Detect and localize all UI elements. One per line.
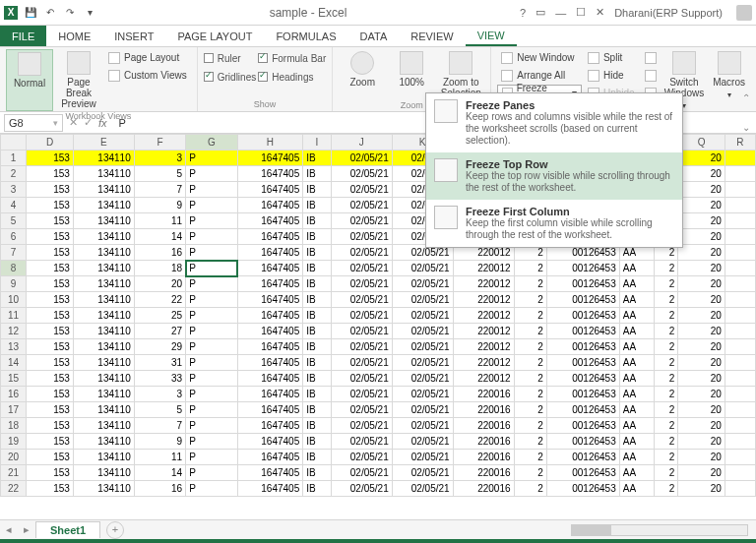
tab-review[interactable]: REVIEW: [399, 26, 465, 46]
cell-M10[interactable]: 2: [514, 292, 546, 308]
cell-I15[interactable]: IB: [303, 371, 332, 387]
cell-Q11[interactable]: 20: [678, 308, 725, 324]
cell-H21[interactable]: 1647405: [237, 465, 303, 481]
row-header-1[interactable]: 1: [1, 151, 27, 166]
col-header-D[interactable]: D: [27, 135, 74, 151]
row-header-10[interactable]: 10: [1, 292, 27, 308]
cell-M14[interactable]: 2: [514, 355, 546, 371]
freeze-menu-item-1[interactable]: Freeze Top RowKeep the top row visible w…: [426, 152, 682, 200]
cell-P10[interactable]: 2: [655, 292, 678, 308]
cell-R18[interactable]: [724, 418, 755, 434]
col-header-E[interactable]: E: [73, 135, 134, 151]
row-header-8[interactable]: 8: [1, 261, 27, 276]
cell-N18[interactable]: 00126453: [546, 418, 619, 434]
tab-view[interactable]: VIEW: [466, 26, 517, 46]
cell-H5[interactable]: 1647405: [237, 213, 303, 229]
cell-L12[interactable]: 220012: [453, 324, 514, 339]
cell-K8[interactable]: 02/05/21: [392, 261, 453, 276]
cell-K21[interactable]: 02/05/21: [392, 465, 453, 481]
cell-R7[interactable]: [724, 245, 755, 261]
cell-H12[interactable]: 1647405: [237, 324, 303, 339]
cell-H2[interactable]: 1647405: [237, 166, 303, 182]
cell-I11[interactable]: IB: [303, 308, 332, 324]
cell-R19[interactable]: [724, 434, 755, 450]
cell-H1[interactable]: 1647405: [237, 151, 303, 166]
cell-R16[interactable]: [724, 387, 755, 402]
cell-R10[interactable]: [724, 292, 755, 308]
row-header-13[interactable]: 13: [1, 339, 27, 355]
cell-H16[interactable]: 1647405: [237, 387, 303, 402]
cell-D10[interactable]: 153: [27, 292, 74, 308]
cell-D12[interactable]: 153: [27, 324, 74, 339]
cell-D5[interactable]: 153: [27, 213, 74, 229]
row-header-5[interactable]: 5: [1, 213, 27, 229]
cell-H22[interactable]: 1647405: [237, 481, 303, 497]
cell-Q4[interactable]: 20: [678, 198, 725, 213]
cell-G7[interactable]: P: [186, 245, 237, 261]
cell-I4[interactable]: IB: [303, 198, 332, 213]
cell-Q5[interactable]: 20: [678, 213, 725, 229]
cell-I9[interactable]: IB: [303, 276, 332, 292]
tab-data[interactable]: DATA: [348, 26, 400, 46]
col-header-Q[interactable]: Q: [678, 135, 725, 151]
cell-G14[interactable]: P: [186, 355, 237, 371]
row-header-11[interactable]: 11: [1, 308, 27, 324]
cell-R20[interactable]: [724, 450, 755, 465]
col-header-H[interactable]: H: [237, 135, 303, 151]
tab-home[interactable]: HOME: [46, 26, 102, 46]
cell-K14[interactable]: 02/05/21: [392, 355, 453, 371]
cell-I14[interactable]: IB: [303, 355, 332, 371]
cell-R11[interactable]: [724, 308, 755, 324]
cell-L8[interactable]: 220012: [453, 261, 514, 276]
cell-G9[interactable]: P: [186, 276, 237, 292]
cell-Q14[interactable]: 20: [678, 355, 725, 371]
cell-K16[interactable]: 02/05/21: [392, 387, 453, 402]
cell-H9[interactable]: 1647405: [237, 276, 303, 292]
cell-I5[interactable]: IB: [303, 213, 332, 229]
arrange-all-button[interactable]: Arrange All: [497, 67, 582, 84]
cell-R3[interactable]: [724, 182, 755, 198]
cell-F4[interactable]: 9: [134, 198, 185, 213]
cell-Q22[interactable]: 20: [678, 481, 725, 497]
sheet-nav-next-icon[interactable]: ▸: [18, 523, 35, 536]
cell-Q21[interactable]: 20: [678, 465, 725, 481]
cell-D14[interactable]: 153: [27, 355, 74, 371]
cell-D7[interactable]: 153: [27, 245, 74, 261]
gridlines-checkbox[interactable]: Gridlines: [204, 68, 256, 86]
col-header-J[interactable]: J: [331, 135, 392, 151]
cell-D6[interactable]: 153: [27, 229, 74, 245]
cell-J17[interactable]: 02/05/21: [331, 402, 392, 418]
cell-Q12[interactable]: 20: [678, 324, 725, 339]
sheet-tab[interactable]: Sheet1: [35, 521, 100, 538]
view-side-by-side-button[interactable]: [641, 49, 661, 66]
cell-P12[interactable]: 2: [655, 324, 678, 339]
cell-O15[interactable]: AA: [619, 371, 655, 387]
cell-M9[interactable]: 2: [514, 276, 546, 292]
cell-I2[interactable]: IB: [303, 166, 332, 182]
cell-F19[interactable]: 9: [134, 434, 185, 450]
cell-K10[interactable]: 02/05/21: [392, 292, 453, 308]
cell-D18[interactable]: 153: [27, 418, 74, 434]
cell-F15[interactable]: 33: [134, 371, 185, 387]
cell-M21[interactable]: 2: [514, 465, 546, 481]
row-header-4[interactable]: 4: [1, 198, 27, 213]
cell-M19[interactable]: 2: [514, 434, 546, 450]
cell-G20[interactable]: P: [186, 450, 237, 465]
cell-I21[interactable]: IB: [303, 465, 332, 481]
cell-O8[interactable]: AA: [619, 261, 655, 276]
row-header-14[interactable]: 14: [1, 355, 27, 371]
user-avatar-icon[interactable]: [736, 5, 752, 21]
row-header-12[interactable]: 12: [1, 324, 27, 339]
cell-H13[interactable]: 1647405: [237, 339, 303, 355]
cell-F11[interactable]: 25: [134, 308, 185, 324]
row-header-3[interactable]: 3: [1, 182, 27, 198]
cell-E19[interactable]: 134110: [73, 434, 134, 450]
cell-E18[interactable]: 134110: [73, 418, 134, 434]
cell-O19[interactable]: AA: [619, 434, 655, 450]
cell-I10[interactable]: IB: [303, 292, 332, 308]
cell-P16[interactable]: 2: [655, 387, 678, 402]
cell-J9[interactable]: 02/05/21: [331, 276, 392, 292]
row-header-9[interactable]: 9: [1, 276, 27, 292]
cell-R13[interactable]: [724, 339, 755, 355]
cell-H14[interactable]: 1647405: [237, 355, 303, 371]
